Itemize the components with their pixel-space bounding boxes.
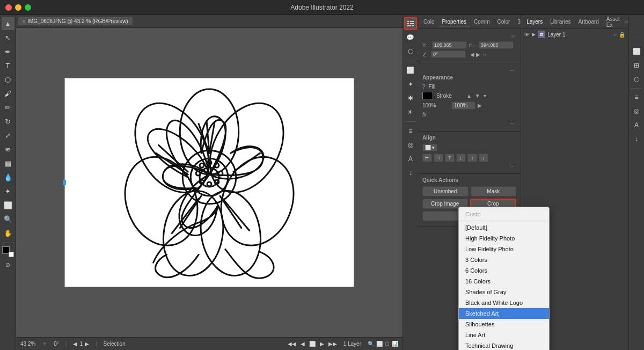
preset-technical[interactable]: Technical Drawing xyxy=(459,340,549,350)
sun-icon[interactable]: ☀ xyxy=(404,106,417,119)
align-icon[interactable]: ≡ xyxy=(404,125,417,137)
align-center-v[interactable]: ↕ xyxy=(467,154,477,162)
pathfinder-icon[interactable]: ⬡ xyxy=(630,73,643,86)
preset-shades-gray[interactable]: Shades of Gray xyxy=(459,287,549,297)
gradient-tool[interactable]: ▦ xyxy=(2,157,14,170)
opacity-value[interactable]: 100% xyxy=(451,101,475,110)
angle-display: 0° xyxy=(54,341,59,347)
effect-icon[interactable]: ◎ xyxy=(404,138,417,151)
transform-icon2[interactable]: ⬜ xyxy=(630,45,643,58)
paintbrush-tool[interactable]: 🖌 xyxy=(2,87,14,100)
minimize-button[interactable] xyxy=(15,4,21,11)
layer-name[interactable]: Layer 1 xyxy=(547,32,565,38)
align-to-dropdown[interactable]: ⬜ ▾ xyxy=(422,144,437,151)
align-top[interactable]: ⊥ xyxy=(456,154,466,162)
hand-tool[interactable]: ✋ xyxy=(2,227,14,239)
effect-icon2[interactable]: ◎ xyxy=(630,105,643,118)
align-bottom[interactable]: ↨ xyxy=(479,154,488,162)
preset-6colors[interactable]: 6 Colors xyxy=(459,265,549,276)
transform-icon[interactable]: ⬜ xyxy=(404,64,417,77)
flip-h[interactable]: ↔ xyxy=(482,52,487,57)
color2-tab[interactable]: Color xyxy=(494,18,513,26)
unembed-button[interactable]: Unembed xyxy=(422,186,469,196)
eyedropper-tool[interactable]: 💧 xyxy=(2,171,14,184)
warp-tool[interactable]: ≋ xyxy=(2,143,14,156)
pencil-tool[interactable]: ✏ xyxy=(2,101,14,114)
comment-icon[interactable]: 💬 xyxy=(404,31,417,44)
layer-options[interactable]: ○ xyxy=(613,32,617,38)
section-grip[interactable]: ≫ xyxy=(509,32,516,40)
prev-frame[interactable]: ◀ xyxy=(470,52,474,57)
type-icon[interactable]: A xyxy=(404,152,417,165)
text-tool[interactable]: T xyxy=(2,59,14,72)
svg-point-3 xyxy=(113,147,209,256)
preset-low-fidelity[interactable]: Low Fidelity Photo xyxy=(459,244,549,254)
align-left[interactable]: ⊢ xyxy=(422,154,432,162)
window-controls xyxy=(5,4,31,11)
doc-tab-close-icon[interactable]: × xyxy=(23,19,25,24)
svg-point-16 xyxy=(196,171,200,176)
doc-tab[interactable]: × IMG_0606.PNG @ 43.2 % (RGB/Preview) xyxy=(18,17,133,25)
align-center-h[interactable]: ⊣ xyxy=(434,154,443,162)
libraries-tab[interactable]: Libraries xyxy=(547,18,574,26)
3d-ai-tab[interactable]: 3D ai xyxy=(514,18,521,26)
path-icon[interactable]: ✦ xyxy=(404,78,417,91)
preset-default[interactable]: [Default] xyxy=(459,222,549,233)
properties-icon[interactable] xyxy=(404,17,417,30)
stroke-down[interactable]: ▼ xyxy=(475,93,480,99)
angle-input[interactable]: 0° xyxy=(431,50,466,58)
blend-tool[interactable]: ✦ xyxy=(2,185,14,198)
mask-button[interactable]: Mask xyxy=(471,186,517,196)
appearance-more2[interactable]: ··· xyxy=(422,120,516,128)
preset-high-fidelity[interactable]: High Fidelity Photo xyxy=(459,233,549,244)
align-right[interactable]: ⊤ xyxy=(445,154,455,162)
pen-tool[interactable]: ✒ xyxy=(2,45,14,58)
rotate-tool[interactable]: ↻ xyxy=(2,115,14,128)
stroke-icon[interactable]: ≡ xyxy=(630,91,643,104)
fill-none[interactable]: ∅ xyxy=(2,258,14,271)
comments-tab[interactable]: Comm xyxy=(471,18,493,26)
close-button[interactable] xyxy=(5,4,12,11)
align-icon2[interactable]: ⊞ xyxy=(630,59,643,72)
properties-tab[interactable]: Properties xyxy=(438,18,470,26)
scale-tool[interactable]: ⤢ xyxy=(2,129,14,142)
asset-ex-tab[interactable]: Asset Ex xyxy=(603,15,623,29)
quick-actions-label: Quick Actions xyxy=(422,177,516,183)
fill-help-icon[interactable]: ? xyxy=(422,84,426,90)
appearance-label: Appearance xyxy=(422,75,516,81)
preset-silhouettes[interactable]: Silhouettes xyxy=(459,319,549,330)
symbol-icon[interactable]: ✱ xyxy=(404,92,417,105)
preset-line-art[interactable]: Line Art xyxy=(459,330,549,340)
stroke-expand[interactable]: ▾ xyxy=(484,93,486,99)
preset-bw-logo[interactable]: Black and White Logo xyxy=(459,297,549,308)
shape-tool[interactable]: ⬡ xyxy=(2,73,14,86)
zoom-tool[interactable]: 🔍 xyxy=(2,213,14,225)
h-value[interactable]: 394.085 xyxy=(479,41,514,49)
maximize-button[interactable] xyxy=(25,4,31,11)
preset-16colors[interactable]: 16 Colors xyxy=(459,276,549,287)
type-icon2[interactable]: A xyxy=(630,119,643,132)
layer-visibility-icon[interactable]: 👁 xyxy=(524,32,530,38)
preset-sketched-art[interactable]: Sketched Art xyxy=(459,308,549,319)
y-coord[interactable]: 105.065 xyxy=(432,41,467,49)
preset-3colors[interactable]: 3 Colors xyxy=(459,254,549,265)
color-tab[interactable]: Colo xyxy=(420,18,438,26)
layer-1-row[interactable]: 👁 ▶ 🖼 Layer 1 ○ 🔒 xyxy=(521,29,628,40)
artboard-tool[interactable]: ⬜ xyxy=(2,199,14,212)
fx-btn[interactable]: fx xyxy=(422,112,427,118)
select-tool[interactable]: ▲ xyxy=(2,17,14,30)
layer-lock[interactable]: 🔒 xyxy=(619,32,625,38)
layers-tab[interactable]: Layers xyxy=(523,18,546,26)
stroke-up[interactable]: ▲ xyxy=(466,93,472,99)
stroke-swatch[interactable] xyxy=(422,92,433,99)
layer-expand-icon[interactable]: ▶ xyxy=(532,32,536,37)
3d-icon[interactable]: ⬡ xyxy=(404,45,417,58)
arrow-icon[interactable]: ↓ xyxy=(630,133,643,145)
artboard-tab[interactable]: Artboard xyxy=(575,18,602,26)
direct-select-tool[interactable]: ↖ xyxy=(2,31,14,44)
appearance-more[interactable]: ··· xyxy=(422,67,516,75)
opacity-expand[interactable]: ▶ xyxy=(478,103,482,108)
fill-icon[interactable]: ↓ xyxy=(404,166,417,179)
next-frame[interactable]: ▶ xyxy=(476,52,480,57)
align-more[interactable]: ··· xyxy=(422,162,516,170)
